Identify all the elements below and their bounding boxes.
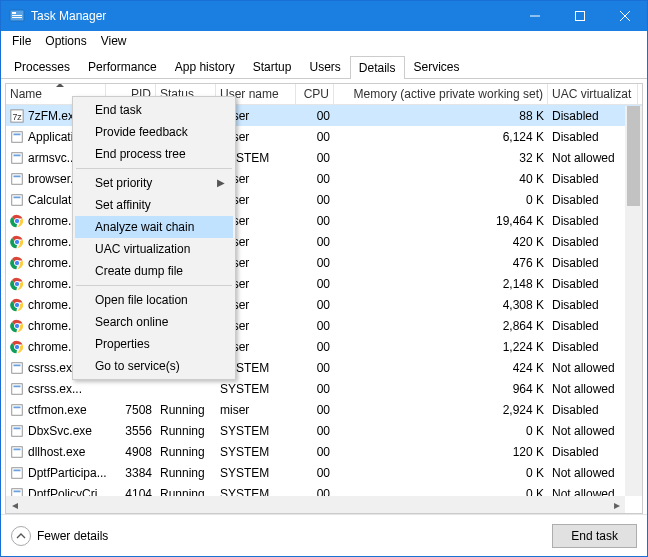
tab-services[interactable]: Services bbox=[405, 55, 469, 78]
window-title: Task Manager bbox=[31, 9, 106, 23]
cell-memory: 32 K bbox=[334, 147, 548, 168]
menu-separator bbox=[76, 285, 232, 286]
svg-rect-42 bbox=[12, 467, 23, 478]
menu-item-uac-virtualization[interactable]: UAC virtualization bbox=[75, 238, 233, 260]
process-grid: NamePIDStatusUser nameCPUMemory (active … bbox=[5, 83, 643, 514]
tab-users[interactable]: Users bbox=[300, 55, 349, 78]
cell-status bbox=[156, 378, 216, 399]
cell-user: SYSTEM bbox=[216, 462, 296, 483]
tab-details[interactable]: Details bbox=[350, 56, 405, 79]
cell-name: DbxSvc.exe bbox=[6, 420, 106, 441]
menu-item-go-to-service-s-[interactable]: Go to service(s) bbox=[75, 355, 233, 377]
menu-item-search-online[interactable]: Search online bbox=[75, 311, 233, 333]
maximize-button[interactable] bbox=[557, 1, 602, 31]
svg-rect-10 bbox=[12, 131, 23, 142]
tab-app-history[interactable]: App history bbox=[166, 55, 244, 78]
cell-memory: 2,924 K bbox=[334, 399, 548, 420]
cell-name: DptfParticipa... bbox=[6, 462, 106, 483]
titlebar[interactable]: Task Manager bbox=[1, 1, 647, 31]
scroll-left-icon[interactable]: ◂ bbox=[6, 496, 23, 513]
svg-point-21 bbox=[14, 239, 19, 244]
cell-cpu: 00 bbox=[296, 315, 334, 336]
cell-user: SYSTEM bbox=[216, 378, 296, 399]
tab-performance[interactable]: Performance bbox=[79, 55, 166, 78]
cell-cpu: 00 bbox=[296, 126, 334, 147]
cell-memory: 476 K bbox=[334, 252, 548, 273]
menu-item-open-file-location[interactable]: Open file location bbox=[75, 289, 233, 311]
cell-cpu: 00 bbox=[296, 378, 334, 399]
tab-startup[interactable]: Startup bbox=[244, 55, 301, 78]
cell-cpu: 00 bbox=[296, 231, 334, 252]
svg-point-31 bbox=[14, 344, 19, 349]
table-row[interactable]: ctfmon.exe7508Runningmiser002,924 KDisab… bbox=[6, 399, 642, 420]
sort-asc-icon bbox=[56, 84, 64, 87]
table-row[interactable]: DptfParticipa...3384RunningSYSTEM000 KNo… bbox=[6, 462, 642, 483]
cell-status: Running bbox=[156, 399, 216, 420]
window: Task Manager FileOptionsView ProcessesPe… bbox=[0, 0, 648, 557]
svg-rect-41 bbox=[14, 448, 21, 450]
window-controls bbox=[512, 1, 647, 31]
cell-memory: 120 K bbox=[334, 441, 548, 462]
cell-memory: 19,464 K bbox=[334, 210, 548, 231]
menu-item-properties[interactable]: Properties bbox=[75, 333, 233, 355]
svg-rect-40 bbox=[12, 446, 23, 457]
cell-cpu: 00 bbox=[296, 357, 334, 378]
svg-rect-17 bbox=[14, 196, 21, 198]
column-header[interactable]: CPU bbox=[296, 84, 334, 104]
cell-memory: 0 K bbox=[334, 462, 548, 483]
cell-name: csrss.ex... bbox=[6, 378, 106, 399]
cell-memory: 2,148 K bbox=[334, 273, 548, 294]
fewer-details-toggle[interactable]: Fewer details bbox=[11, 526, 108, 546]
svg-point-23 bbox=[14, 260, 19, 265]
svg-rect-16 bbox=[12, 194, 23, 205]
cell-memory: 0 K bbox=[334, 420, 548, 441]
context-menu: End taskProvide feedbackEnd process tree… bbox=[72, 96, 236, 380]
menu-view[interactable]: View bbox=[94, 32, 134, 50]
scroll-right-icon[interactable]: ▸ bbox=[608, 496, 625, 513]
menu-file[interactable]: File bbox=[5, 32, 38, 50]
menu-options[interactable]: Options bbox=[38, 32, 93, 50]
svg-rect-15 bbox=[14, 175, 21, 177]
footer: Fewer details End task bbox=[1, 514, 647, 556]
menu-item-end-process-tree[interactable]: End process tree bbox=[75, 143, 233, 165]
cell-pid: 4908 bbox=[106, 441, 156, 462]
app-icon bbox=[9, 8, 25, 24]
scroll-thumb[interactable] bbox=[627, 106, 640, 206]
svg-point-19 bbox=[14, 218, 19, 223]
svg-rect-3 bbox=[12, 17, 22, 18]
cell-cpu: 00 bbox=[296, 147, 334, 168]
column-header[interactable]: Memory (active private working set) bbox=[334, 84, 548, 104]
minimize-button[interactable] bbox=[512, 1, 557, 31]
svg-rect-32 bbox=[12, 362, 23, 373]
horizontal-scrollbar[interactable]: ◂ ▸ bbox=[6, 496, 625, 513]
column-header[interactable]: UAC virtualizat bbox=[548, 84, 638, 104]
chevron-up-icon bbox=[11, 526, 31, 546]
cell-cpu: 00 bbox=[296, 441, 334, 462]
cell-memory: 964 K bbox=[334, 378, 548, 399]
vertical-scrollbar[interactable] bbox=[625, 106, 642, 496]
menu-item-analyze-wait-chain[interactable]: Analyze wait chain bbox=[75, 216, 233, 238]
table-row[interactable]: DbxSvc.exe3556RunningSYSTEM000 KNot allo… bbox=[6, 420, 642, 441]
svg-text:7z: 7z bbox=[12, 111, 22, 121]
cell-status: Running bbox=[156, 420, 216, 441]
cell-memory: 4,308 K bbox=[334, 294, 548, 315]
cell-pid bbox=[106, 378, 156, 399]
menu-item-end-task[interactable]: End task bbox=[75, 99, 233, 121]
menu-item-create-dump-file[interactable]: Create dump file bbox=[75, 260, 233, 282]
menu-item-provide-feedback[interactable]: Provide feedback bbox=[75, 121, 233, 143]
menu-item-set-affinity[interactable]: Set affinity bbox=[75, 194, 233, 216]
cell-memory: 424 K bbox=[334, 357, 548, 378]
menubar: FileOptionsView bbox=[1, 31, 647, 51]
cell-memory: 420 K bbox=[334, 231, 548, 252]
table-row[interactable]: dllhost.exe4908RunningSYSTEM00120 KDisab… bbox=[6, 441, 642, 462]
table-row[interactable]: csrss.ex...SYSTEM00964 KNot allowed bbox=[6, 378, 642, 399]
end-task-button[interactable]: End task bbox=[552, 524, 637, 548]
svg-rect-43 bbox=[14, 469, 21, 471]
cell-memory: 40 K bbox=[334, 168, 548, 189]
menu-item-set-priority[interactable]: Set priority▶ bbox=[75, 172, 233, 194]
svg-point-25 bbox=[14, 281, 19, 286]
cell-cpu: 00 bbox=[296, 420, 334, 441]
tab-strip: ProcessesPerformanceApp historyStartupUs… bbox=[1, 51, 647, 79]
tab-processes[interactable]: Processes bbox=[5, 55, 79, 78]
close-button[interactable] bbox=[602, 1, 647, 31]
